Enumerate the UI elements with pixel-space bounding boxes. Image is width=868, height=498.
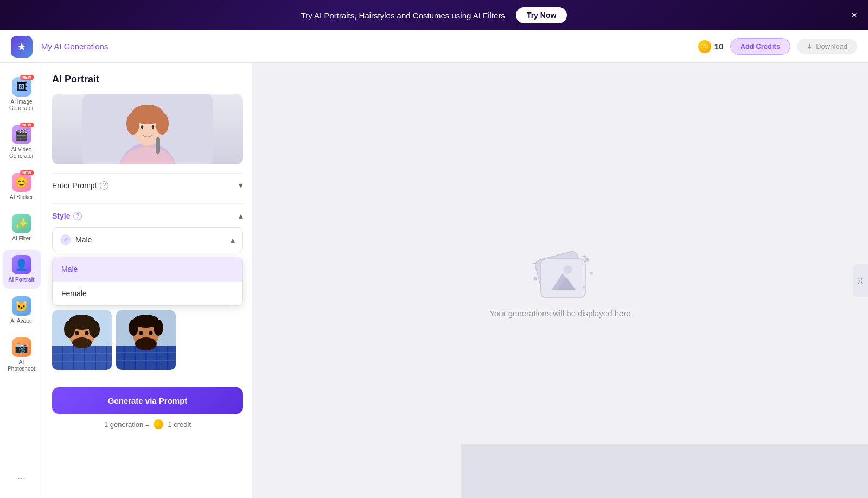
- sidebar-item-ai-avatar[interactable]: 🐱 AI Avatar: [3, 291, 41, 330]
- ai-video-icon: 🎬 NEW: [12, 125, 31, 144]
- download-button[interactable]: ⬇ Download: [797, 39, 857, 54]
- credit-coin-icon: [154, 419, 163, 429]
- svg-point-28: [85, 331, 89, 335]
- sample-portrait-illustration-1: [52, 310, 112, 370]
- style-section: Style ? ▴ ♂ Male ▴: [52, 203, 243, 374]
- svg-point-27: [75, 331, 79, 335]
- svg-point-43: [135, 337, 157, 350]
- enter-prompt-chevron: ▾: [239, 180, 243, 190]
- sample-portrait-2[interactable]: [116, 310, 176, 370]
- sidebar-item-label-ai-avatar: AI Avatar: [10, 318, 32, 324]
- gender-selected[interactable]: ♂ Male ▴: [53, 228, 242, 252]
- collapse-button[interactable]: ⟩⟨: [853, 264, 868, 297]
- enter-prompt-label: Enter Prompt: [52, 181, 97, 190]
- style-label-text: Style: [52, 212, 70, 220]
- help-icon: ?: [100, 181, 108, 190]
- new-badge: NEW: [20, 123, 33, 127]
- sidebar-item-label-ai-sticker: AI Sticker: [10, 194, 33, 201]
- ai-photoshoot-icon: 📷: [12, 337, 31, 357]
- gender-dropdown-chevron: ▴: [231, 235, 235, 245]
- banner-close-button[interactable]: ×: [851, 10, 857, 21]
- ai-portrait-icon: 👤: [12, 255, 31, 274]
- svg-point-50: [564, 265, 572, 274]
- ai-filter-icon: ✨: [12, 214, 31, 233]
- bottom-ad-area: [461, 444, 868, 498]
- portrait-preview: [52, 94, 243, 164]
- empty-illustration: ✦ ✦: [527, 244, 598, 303]
- sidebar-item-ai-video-generator[interactable]: 🎬 NEW AI VideoGenerator: [3, 119, 41, 165]
- gender-dropdown: ♂ Male ▴: [52, 227, 243, 252]
- sidebar-item-ai-image-generator[interactable]: 🖼 NEW AI ImageGenerator: [3, 72, 41, 117]
- credit-info-text: 1 generation =: [104, 420, 149, 429]
- panel-content: AI Portrait: [43, 63, 252, 498]
- panel: AI Portrait: [43, 63, 252, 498]
- add-credits-button[interactable]: Add Credits: [730, 38, 791, 55]
- svg-point-53: [534, 277, 538, 280]
- banner-try-now-button[interactable]: Try Now: [516, 7, 567, 23]
- portrait-illustration: [82, 94, 213, 164]
- sidebar-item-label-ai-photoshoot: AIPhotoshoot: [8, 359, 35, 372]
- ai-avatar-icon: 🐱: [12, 296, 31, 316]
- svg-point-5: [126, 113, 139, 135]
- sidebar-item-label-ai-portrait: AI Portrait: [8, 277, 34, 283]
- ai-sticker-icon: 😊 NEW: [12, 173, 31, 192]
- collapse-icon: ⟩⟨: [858, 277, 863, 284]
- sample-portrait-1[interactable]: [52, 310, 112, 370]
- credits-count: 10: [714, 42, 724, 51]
- svg-text:✦: ✦: [582, 253, 587, 260]
- empty-state-icon: ✦ ✦: [527, 244, 592, 298]
- svg-point-25: [89, 321, 100, 338]
- gender-option-female[interactable]: Female: [53, 282, 242, 305]
- gender-selected-label: Male: [75, 235, 92, 244]
- sidebar-item-label-ai-image: AI ImageGenerator: [9, 99, 34, 112]
- svg-text:✦: ✦: [532, 260, 536, 266]
- logo-icon: ★: [17, 40, 27, 53]
- empty-state: ✦ ✦ Your generations will be displayed h…: [489, 244, 630, 318]
- svg-point-10: [152, 125, 155, 129]
- svg-point-42: [154, 320, 163, 336]
- svg-point-9: [141, 125, 144, 129]
- sidebar-item-label-ai-filter: AI Filter: [12, 235, 30, 242]
- logo: ★: [11, 36, 33, 58]
- sidebar-item-ai-portrait[interactable]: 👤 AI Portrait: [3, 250, 41, 289]
- svg-rect-13: [52, 346, 112, 370]
- sidebar-more[interactable]: ···: [12, 467, 31, 489]
- svg-point-6: [156, 113, 169, 135]
- svg-point-26: [72, 337, 92, 348]
- style-help-icon: ?: [73, 212, 82, 220]
- sample-portrait-illustration-2: [116, 310, 176, 370]
- panel-title: AI Portrait: [52, 74, 243, 85]
- sidebar: 🖼 NEW AI ImageGenerator 🎬 NEW AI VideoGe…: [0, 63, 43, 498]
- generate-via-prompt-button[interactable]: Generate via Prompt: [52, 387, 243, 414]
- top-banner: Try AI Portraits, Hairstyles and Costume…: [0, 0, 868, 30]
- svg-rect-11: [156, 137, 160, 154]
- credit-count-text: 1 credit: [168, 420, 191, 429]
- svg-point-54: [583, 285, 586, 288]
- header: ★ My AI Generations 🪙 10 Add Credits ⬇ D…: [0, 30, 868, 63]
- sidebar-item-ai-filter[interactable]: ✨ AI Filter: [3, 208, 41, 247]
- svg-point-52: [590, 272, 593, 275]
- my-ai-generations-link[interactable]: My AI Generations: [41, 42, 108, 51]
- gender-dropdown-menu: Male Female: [52, 257, 243, 306]
- sample-portraits: [52, 306, 243, 374]
- ai-image-icon: 🖼 NEW: [12, 77, 31, 97]
- main-content: ✦ ✦ Your generations will be displayed h…: [252, 63, 868, 498]
- coin-icon: 🪙: [698, 40, 711, 53]
- credits-badge: 🪙 10: [698, 40, 724, 53]
- new-badge: NEW: [20, 75, 33, 80]
- header-right: 🪙 10 Add Credits ⬇ Download: [698, 38, 857, 55]
- sidebar-item-ai-photoshoot[interactable]: 📷 AIPhotoshoot: [3, 332, 41, 378]
- svg-point-24: [64, 321, 75, 338]
- enter-prompt-section: Enter Prompt ? ▾: [52, 173, 243, 197]
- enter-prompt-header[interactable]: Enter Prompt ? ▾: [52, 173, 243, 197]
- sidebar-item-ai-sticker[interactable]: 😊 NEW AI Sticker: [3, 167, 41, 206]
- sidebar-item-label-ai-video: AI VideoGenerator: [9, 146, 34, 159]
- credit-info: 1 generation = 1 credit: [52, 419, 243, 429]
- empty-state-text: Your generations will be displayed here: [489, 309, 630, 318]
- gender-option-male[interactable]: Male: [53, 257, 242, 282]
- new-badge: NEW: [20, 170, 33, 175]
- svg-point-45: [149, 331, 153, 335]
- download-icon: ⬇: [807, 42, 813, 50]
- svg-point-44: [139, 331, 143, 335]
- main-layout: 🖼 NEW AI ImageGenerator 🎬 NEW AI VideoGe…: [0, 63, 868, 498]
